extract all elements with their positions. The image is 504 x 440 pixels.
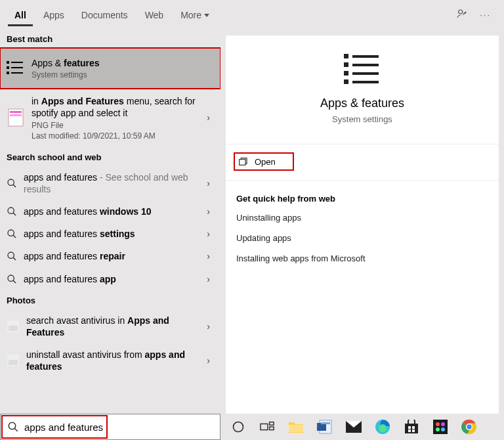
svg-rect-42 — [321, 422, 330, 424]
detail-panel: Apps & features System settings Open Get… — [220, 29, 504, 414]
svg-rect-48 — [412, 426, 415, 429]
search-icon — [7, 274, 17, 284]
svg-line-11 — [13, 185, 16, 187]
chevron-down-icon — [204, 14, 209, 17]
svg-rect-6 — [11, 72, 23, 74]
open-icon — [238, 156, 248, 167]
svg-line-34 — [14, 428, 18, 431]
photo-thumb-icon — [7, 320, 20, 333]
search-icon — [7, 251, 17, 261]
svg-rect-46 — [405, 424, 418, 433]
svg-point-14 — [8, 230, 14, 236]
svg-rect-28 — [352, 55, 379, 58]
taskbar-edge-icon[interactable] — [371, 416, 394, 438]
taskbar-mail-icon[interactable] — [343, 416, 365, 438]
taskbar-chrome-icon[interactable] — [458, 416, 480, 438]
photo-thumb-icon — [7, 354, 20, 367]
feedback-icon[interactable] — [456, 8, 468, 22]
file-modified: Last modified: 10/9/2021, 10:59 AM — [32, 131, 198, 141]
search-input[interactable] — [24, 422, 213, 433]
section-best-match: Best match — [0, 29, 220, 48]
search-icon — [7, 421, 19, 433]
web-result-label: apps and features settings — [24, 228, 198, 240]
chevron-right-icon: › — [204, 112, 213, 123]
chevron-right-icon: › — [204, 321, 213, 332]
tab-apps[interactable]: Apps — [37, 3, 71, 26]
svg-rect-1 — [7, 61, 9, 64]
result-title: Apps & features — [32, 57, 213, 69]
taskbar-app-icon[interactable] — [429, 416, 452, 438]
svg-line-15 — [13, 235, 16, 238]
web-result-label: apps and features app — [24, 273, 198, 285]
svg-rect-37 — [270, 422, 274, 426]
taskbar — [220, 414, 504, 440]
svg-rect-9 — [10, 114, 22, 116]
svg-point-10 — [8, 179, 14, 185]
svg-line-13 — [13, 213, 16, 215]
detail-title: Apps & features — [232, 97, 492, 110]
svg-point-52 — [436, 422, 440, 426]
svg-rect-23 — [9, 360, 18, 365]
svg-rect-29 — [352, 64, 379, 66]
svg-rect-47 — [408, 426, 411, 429]
quick-help-item-0[interactable]: Uninstalling apps — [236, 213, 488, 223]
result-apps-features[interactable]: Apps & features System settings — [0, 48, 220, 89]
taskbar-cortana-icon[interactable] — [227, 416, 249, 438]
photo-result-1[interactable]: uninstall avast antivirus from apps and … — [0, 343, 220, 378]
taskbar-word-icon[interactable] — [314, 416, 336, 438]
tab-web[interactable]: Web — [138, 3, 171, 26]
svg-rect-51 — [433, 420, 448, 434]
result-png-file[interactable]: in Apps and Features menu, search for sp… — [0, 89, 220, 146]
web-result-label: apps and features - See school and web r… — [24, 171, 198, 195]
svg-point-35 — [234, 422, 243, 432]
chevron-right-icon: › — [204, 274, 213, 284]
more-options-icon[interactable]: ··· — [480, 10, 491, 20]
chevron-right-icon: › — [204, 355, 213, 366]
svg-rect-27 — [344, 79, 348, 84]
top-filter-bar: All Apps Documents Web More ··· — [0, 0, 504, 29]
quick-help-item-2[interactable]: Installing web apps from Microsoft — [236, 253, 488, 263]
svg-point-58 — [467, 424, 471, 429]
open-button[interactable]: Open — [231, 150, 297, 173]
web-result-4[interactable]: apps and features app › — [0, 268, 220, 290]
search-icon — [7, 229, 17, 239]
svg-rect-49 — [408, 429, 411, 432]
photo-result-label: uninstall avast antivirus from apps and … — [26, 349, 198, 372]
web-result-0[interactable]: apps and features - See school and web r… — [0, 166, 220, 200]
svg-point-55 — [441, 428, 445, 431]
svg-point-12 — [8, 208, 14, 213]
svg-rect-38 — [270, 427, 274, 430]
tab-all[interactable]: All — [8, 3, 33, 26]
filter-tabs: All Apps Documents Web More — [8, 3, 216, 26]
svg-rect-3 — [7, 72, 9, 74]
tab-more[interactable]: More — [174, 3, 216, 26]
apps-features-icon — [232, 51, 492, 86]
photo-result-label: search avast antivirus in Apps and Featu… — [26, 315, 198, 338]
file-type: PNG File — [32, 121, 198, 130]
search-bar[interactable] — [0, 414, 220, 440]
svg-point-54 — [436, 428, 440, 431]
svg-rect-39 — [289, 425, 303, 432]
quick-help-item-1[interactable]: Updating apps — [236, 233, 488, 243]
web-result-1[interactable]: apps and features windows 10 › — [0, 200, 220, 223]
svg-rect-8 — [10, 111, 22, 113]
web-result-3[interactable]: apps and features repair › — [0, 245, 220, 267]
chevron-right-icon: › — [204, 206, 213, 217]
taskbar-store-icon[interactable] — [400, 416, 423, 438]
svg-rect-5 — [11, 67, 23, 68]
chevron-right-icon: › — [204, 229, 213, 239]
svg-rect-2 — [7, 66, 9, 69]
web-result-label: apps and features repair — [24, 250, 198, 262]
tab-documents[interactable]: Documents — [75, 3, 135, 26]
svg-rect-4 — [11, 62, 23, 63]
svg-rect-24 — [344, 54, 348, 58]
taskbar-explorer-icon[interactable] — [285, 416, 307, 438]
settings-list-icon — [7, 59, 25, 77]
photo-result-0[interactable]: search avast antivirus in Apps and Featu… — [0, 309, 220, 343]
web-result-2[interactable]: apps and features settings › — [0, 223, 220, 245]
svg-line-17 — [13, 257, 16, 260]
svg-point-16 — [8, 252, 14, 258]
taskbar-taskview-icon[interactable] — [256, 416, 278, 438]
svg-rect-32 — [240, 160, 245, 165]
result-subtitle: System settings — [32, 70, 213, 79]
